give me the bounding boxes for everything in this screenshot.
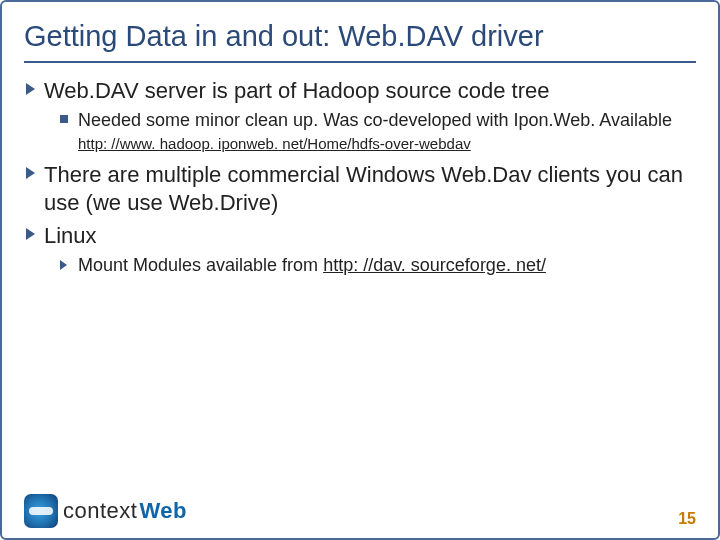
logo-contextweb: contextWeb	[24, 494, 187, 528]
logo-icon	[24, 494, 58, 528]
link-iponweb[interactable]: http: //www. hadoop. iponweb. net/Home/h…	[78, 135, 471, 152]
subbullet-mount-text: Mount Modules available from	[78, 255, 323, 275]
link-sourceforge[interactable]: http: //dav. sourceforge. net/	[323, 255, 546, 275]
slide-footer: contextWeb 15	[24, 494, 696, 528]
bullet-windows-clients: There are multiple commercial Windows We…	[24, 161, 696, 216]
bullet-webdav-server: Web.DAV server is part of Hadoop source …	[24, 77, 696, 105]
title-divider	[24, 61, 696, 63]
slide-frame: Getting Data in and out: Web.DAV driver …	[0, 0, 720, 540]
subbullet-cleanup: Needed some minor clean up. Was co-devel…	[60, 109, 696, 156]
logo-text-web: Web	[139, 498, 187, 524]
subbullet-mount-modules: Mount Modules available from http: //dav…	[60, 254, 696, 277]
subbullet-cleanup-text: Needed some minor clean up. Was co-devel…	[78, 110, 672, 130]
page-number: 15	[678, 510, 696, 528]
bullet-linux: Linux	[24, 222, 696, 250]
logo-text-context: context	[63, 498, 137, 524]
slide-title: Getting Data in and out: Web.DAV driver	[24, 20, 696, 53]
